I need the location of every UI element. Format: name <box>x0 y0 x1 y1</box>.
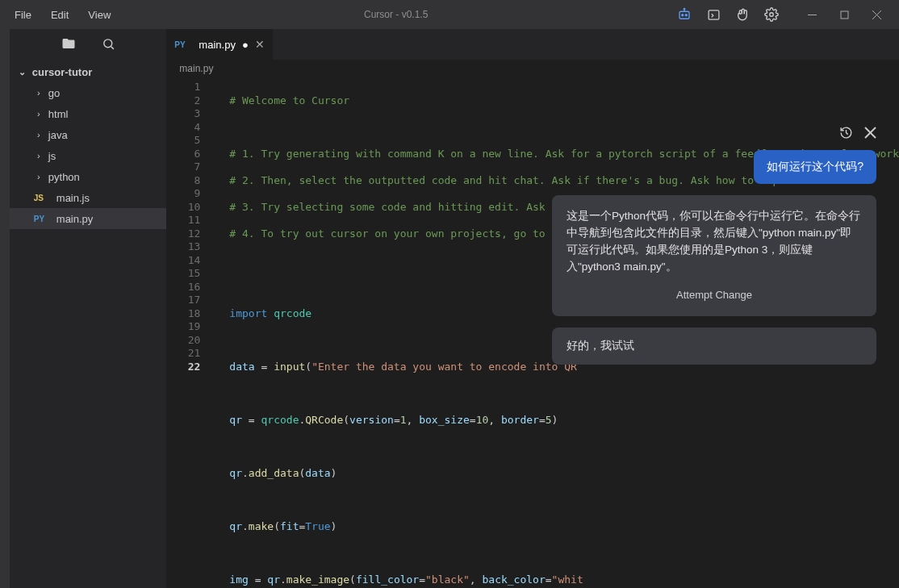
menu-bar: File Edit View <box>6 6 119 24</box>
tab-label: main.py <box>199 39 236 51</box>
svg-point-2 <box>685 15 687 16</box>
file-name: main.js <box>56 192 90 204</box>
window-maximize[interactable] <box>828 2 860 27</box>
file-name: main.py <box>56 213 94 225</box>
svg-rect-0 <box>679 11 689 19</box>
svg-point-6 <box>770 13 774 17</box>
search-icon[interactable] <box>102 37 115 51</box>
file-tree: ⌄cursor-tutor ›go ›html ›java ›js ›pytho… <box>10 58 167 232</box>
chevron-right-icon: › <box>34 130 44 140</box>
chevron-right-icon: › <box>34 109 44 119</box>
folder-icon[interactable] <box>61 36 76 51</box>
menu-view[interactable]: View <box>80 6 119 24</box>
js-file-icon: JS <box>34 194 52 202</box>
window-title: Cursor - v0.1.5 <box>119 9 673 20</box>
py-file-icon: PY <box>34 215 52 223</box>
ai-text: 这是一个Python代码，你可以在命令行中运行它。在命令行中导航到包含此文件的目… <box>567 208 862 276</box>
attempt-change-button[interactable]: Attempt Change <box>567 287 862 303</box>
dirty-indicator: ● <box>242 39 249 51</box>
chevron-right-icon: › <box>34 151 44 161</box>
chevron-down-icon: ⌄ <box>18 67 27 77</box>
breadcrumb[interactable]: main.py <box>166 60 899 77</box>
svg-point-11 <box>103 39 111 47</box>
ai-message: 这是一个Python代码，你可以在命令行中运行它。在命令行中导航到包含此文件的目… <box>552 195 876 316</box>
close-icon[interactable]: ✕ <box>255 38 265 51</box>
tree-folder[interactable]: ›html <box>10 103 167 124</box>
tab-bar: PY main.py ● ✕ <box>166 29 899 60</box>
gear-icon[interactable] <box>760 3 783 26</box>
history-icon[interactable] <box>839 126 853 140</box>
window-minimize[interactable] <box>796 2 828 27</box>
tree-folder[interactable]: ›java <box>10 124 167 145</box>
folder-name: go <box>48 87 60 99</box>
terminal-icon[interactable] <box>702 3 725 26</box>
folder-name: html <box>48 108 69 120</box>
line-numbers: 12345678910111213141516171819202122 <box>166 77 215 588</box>
user-message: 如何运行这个代码? <box>754 150 876 184</box>
svg-rect-8 <box>841 11 848 19</box>
chevron-right-icon: › <box>34 88 44 98</box>
close-icon[interactable] <box>864 127 876 139</box>
wave-icon[interactable] <box>731 3 754 26</box>
tree-folder[interactable]: ›js <box>10 145 167 166</box>
title-bar: File Edit View Cursor - v0.1.5 <box>0 0 899 29</box>
folder-name: python <box>48 171 80 183</box>
editor-area: PY main.py ● ✕ main.py 12345678910111213… <box>166 29 899 588</box>
chat-input[interactable]: 好的，我试试 <box>552 327 876 365</box>
tree-file[interactable]: PYmain.py <box>10 208 167 229</box>
svg-point-1 <box>682 15 684 16</box>
folder-name: cursor-tutor <box>32 66 92 78</box>
tab-main-py[interactable]: PY main.py ● ✕ <box>166 29 272 60</box>
tree-folder[interactable]: ›python <box>10 166 167 187</box>
svg-line-12 <box>111 46 113 48</box>
folder-name: js <box>48 150 56 162</box>
bot-icon[interactable] <box>673 3 696 26</box>
svg-rect-5 <box>709 10 719 19</box>
tree-file[interactable]: JSmain.js <box>10 187 167 208</box>
sidebar: ⌄cursor-tutor ›go ›html ›java ›js ›pytho… <box>10 29 167 588</box>
tree-root[interactable]: ⌄cursor-tutor <box>10 61 167 82</box>
chevron-right-icon: › <box>34 172 44 181</box>
folder-name: java <box>48 129 68 141</box>
menu-file[interactable]: File <box>6 6 40 24</box>
window-close[interactable] <box>860 2 893 27</box>
chat-overlay: 如何运行这个代码? 这是一个Python代码，你可以在命令行中运行它。在命令行中… <box>552 126 876 365</box>
tree-folder[interactable]: ›go <box>10 82 167 103</box>
menu-edit[interactable]: Edit <box>43 6 77 24</box>
py-file-icon: PY <box>174 40 192 49</box>
activity-bar <box>0 29 10 588</box>
